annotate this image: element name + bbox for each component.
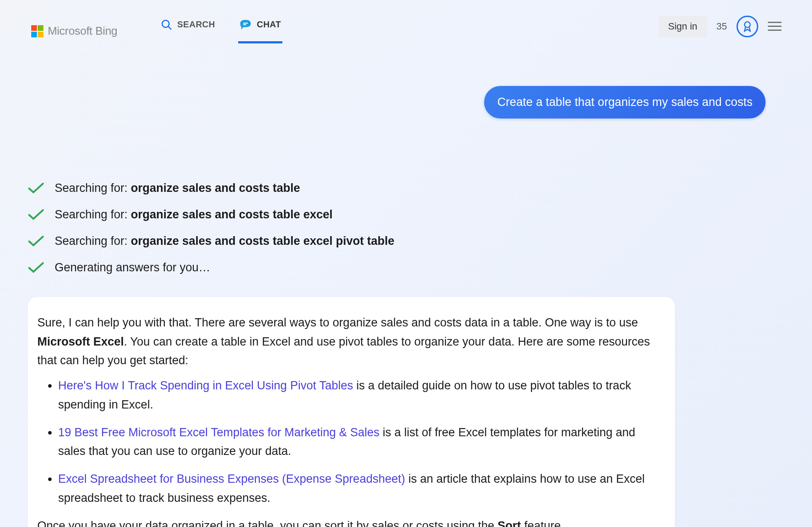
check-icon: [28, 209, 44, 221]
svg-rect-2: [243, 23, 248, 23]
list-item: 19 Best Free Microsoft Excel Templates f…: [58, 423, 664, 461]
status-row-generating: Generating answers for you…: [28, 261, 781, 274]
answer-card: Sure, I can help you with that. There ar…: [28, 297, 675, 527]
answer-list: Here's How I Track Spending in Excel Usi…: [37, 376, 664, 507]
search-icon: [161, 19, 172, 30]
rewards-points: 35: [717, 21, 727, 32]
svg-point-4: [745, 22, 750, 27]
check-icon: [28, 183, 44, 194]
header-right: Sign in 35: [658, 16, 782, 37]
rewards-badge-icon[interactable]: [737, 16, 758, 37]
status-text: Searching for: organize sales and costs …: [55, 208, 333, 221]
list-item: Excel Spreadsheet for Business Expenses …: [58, 470, 664, 507]
status-row-search-1: Searching for: organize sales and costs …: [28, 181, 781, 195]
tab-search-label: SEARCH: [177, 20, 215, 30]
hamburger-menu-icon[interactable]: [768, 22, 782, 31]
tab-chat[interactable]: CHAT: [239, 19, 281, 43]
signin-button[interactable]: Sign in: [658, 16, 707, 37]
status-row-search-2: Searching for: organize sales and costs …: [28, 208, 781, 221]
check-icon: [28, 262, 44, 273]
list-item: Here's How I Track Spending in Excel Usi…: [58, 376, 664, 414]
svg-line-1: [168, 26, 171, 30]
logo-text: Microsoft Bing: [48, 24, 118, 38]
svg-rect-3: [243, 24, 246, 25]
chat-icon: [239, 19, 252, 30]
resource-link-3[interactable]: Excel Spreadsheet for Business Expenses …: [58, 472, 405, 485]
svg-point-0: [162, 20, 169, 27]
resource-link-1[interactable]: Here's How I Track Spending in Excel Usi…: [58, 379, 353, 392]
status-text: Generating answers for you…: [55, 261, 210, 274]
microsoft-logo-icon: [31, 25, 43, 37]
logo[interactable]: Microsoft Bing: [31, 24, 118, 38]
check-icon: [28, 236, 44, 247]
user-message-bubble: Create a table that organizes my sales a…: [484, 86, 766, 119]
status-row-search-3: Searching for: organize sales and costs …: [28, 234, 781, 248]
status-list: Searching for: organize sales and costs …: [28, 119, 781, 274]
status-text: Searching for: organize sales and costs …: [55, 181, 300, 195]
header: Microsoft Bing SEARCH CHAT Sign in 35: [0, 0, 812, 49]
main: Create a table that organizes my sales a…: [0, 49, 812, 527]
tab-chat-label: CHAT: [257, 20, 281, 30]
resource-link-2[interactable]: 19 Best Free Microsoft Excel Templates f…: [58, 426, 380, 439]
status-text: Searching for: organize sales and costs …: [55, 234, 394, 248]
answer-intro: Sure, I can help you with that. There ar…: [37, 313, 664, 370]
tab-search[interactable]: SEARCH: [161, 19, 215, 43]
answer-outro: Once you have your data organized in a t…: [37, 517, 664, 527]
tabs: SEARCH CHAT: [161, 19, 282, 43]
